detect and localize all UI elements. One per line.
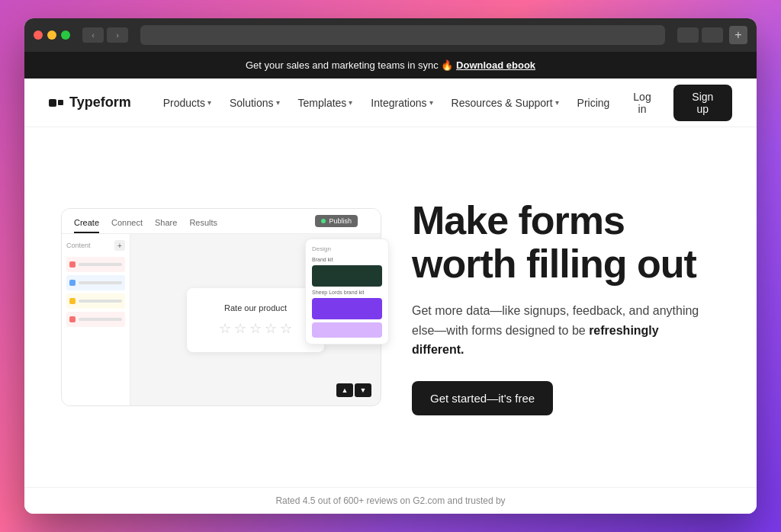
brand-block-dark [312,265,382,287]
tab-connect[interactable]: Connect [111,215,143,233]
logo-square-large [49,99,56,107]
hero-text: Make forms worth filling out Get more da… [412,199,720,415]
star-rating[interactable]: ☆ ☆ ☆ ☆ ☆ [205,320,306,337]
logo-text: Typeform [69,95,131,111]
form-item-line [79,281,122,284]
form-field-label: Rate our product [205,303,306,312]
form-item-line [79,318,122,321]
logo[interactable]: Typeform [49,95,131,111]
new-tab-button[interactable]: + [729,26,747,44]
announcement-bar: Get your sales and marketing teams in sy… [24,52,757,79]
back-button[interactable]: ‹ [82,27,104,43]
brand-kit-label: Brand kit [312,257,382,262]
hero-title-line2: worth filling out [412,242,696,286]
hero-section: Publish Create Connect Share Results [24,127,757,487]
chevron-down-icon: ▾ [276,98,280,107]
tab-results[interactable]: Results [189,215,217,233]
form-preview: Publish Create Connect Share Results [61,208,381,406]
tab-create[interactable]: Create [74,215,99,233]
page-content: Get your sales and marketing teams in sy… [24,52,757,514]
nav-item-integrations[interactable]: Integrations ▾ [363,91,440,115]
design-panel: Design Brand kit Sheep Lords brand kit [305,239,389,345]
logo-icon [49,99,63,107]
browser-window: ‹ › + Get your sales and marketing teams… [24,18,757,514]
nav-items: Products ▾ Solutions ▾ Templates ▾ Integ… [156,91,618,115]
nav-item-resources[interactable]: Resources & Support ▾ [444,91,567,115]
star-1[interactable]: ☆ [219,320,231,337]
footer-note: Rated 4.5 out of 600+ reviews on G2.com … [24,487,757,514]
form-item-dot [69,280,76,286]
nav-label-products: Products [163,97,205,109]
footer-note-text: Rated 4.5 out of 600+ reviews on G2.com … [275,495,505,506]
nav-item-products[interactable]: Products ▾ [156,91,219,115]
chevron-down-icon: ▾ [555,98,559,107]
nav-item-templates[interactable]: Templates ▾ [291,91,361,115]
form-list-item[interactable] [66,275,125,290]
form-nav-buttons: ▲ ▼ [336,383,371,397]
browser-nav-buttons: ‹ › [82,27,128,43]
traffic-lights [34,30,70,40]
form-item-line [79,300,122,303]
maximize-button[interactable] [61,30,70,40]
signup-button[interactable]: Sign up [673,85,732,121]
nav-actions: Log in Sign up [617,85,732,121]
form-sidebar-add-button[interactable]: + [114,240,125,251]
close-button[interactable] [34,30,43,40]
form-list-item[interactable] [66,293,125,309]
chevron-down-icon: ▾ [207,98,211,107]
hero-subtitle: Get more data—like signups, feedback, an… [412,301,702,360]
share-button[interactable] [677,27,699,43]
form-sidebar: Content + [62,234,130,406]
nav-label-resources: Resources & Support [452,97,553,109]
nav-label-pricing: Pricing [577,97,610,109]
announcement-link[interactable]: Download ebook [456,59,535,71]
nav-label-solutions: Solutions [230,97,274,109]
form-list-item[interactable] [66,257,125,272]
sheep-brand-label: Sheep Lords brand kit [312,290,382,295]
form-question: Rate our product ☆ ☆ ☆ ☆ ☆ [205,303,306,337]
form-nav-up[interactable]: ▲ [336,383,353,397]
forward-button[interactable]: › [107,27,128,43]
tab-share[interactable]: Share [155,215,177,233]
star-4[interactable]: ☆ [265,320,277,337]
form-sidebar-title: Content [66,242,91,249]
brand-block-purple [312,298,382,319]
chevron-down-icon: ▾ [429,98,433,107]
tab-button[interactable] [702,27,723,43]
star-5[interactable]: ☆ [280,320,292,337]
announcement-text: Get your sales and marketing teams in sy… [246,59,454,71]
login-button[interactable]: Log in [617,85,667,121]
form-item-line [79,263,122,266]
form-list-item[interactable] [66,312,125,327]
form-nav-down[interactable]: ▼ [355,383,371,397]
form-item-dot [69,261,76,268]
cta-button[interactable]: Get started—it's free [412,381,553,415]
form-item-dot [69,298,76,304]
star-3[interactable]: ☆ [249,320,262,337]
browser-chrome: ‹ › + [24,18,757,52]
chevron-down-icon: ▾ [349,98,352,107]
nav-label-integrations: Integrations [371,97,426,109]
browser-actions [677,27,723,43]
nav-label-templates: Templates [298,97,347,109]
nav-item-pricing[interactable]: Pricing [570,91,618,115]
star-2[interactable]: ☆ [234,320,246,337]
hero-title-line1: Make forms [412,198,625,242]
publish-button-overlay[interactable]: Publish [315,215,358,227]
navbar: Typeform Products ▾ Solutions ▾ Template… [24,79,757,127]
address-bar[interactable] [140,25,665,45]
form-item-dot [69,316,76,322]
form-sidebar-header: Content + [66,240,125,251]
form-card: Rate our product ☆ ☆ ☆ ☆ ☆ [187,288,324,352]
publish-status-dot [321,219,326,223]
design-panel-title: Design [312,245,382,252]
brand-block-light-purple [312,322,382,338]
publish-label: Publish [329,217,352,225]
nav-item-solutions[interactable]: Solutions ▾ [222,91,288,115]
minimize-button[interactable] [47,30,56,40]
logo-square-small [58,100,63,105]
hero-title: Make forms worth filling out [412,199,720,286]
